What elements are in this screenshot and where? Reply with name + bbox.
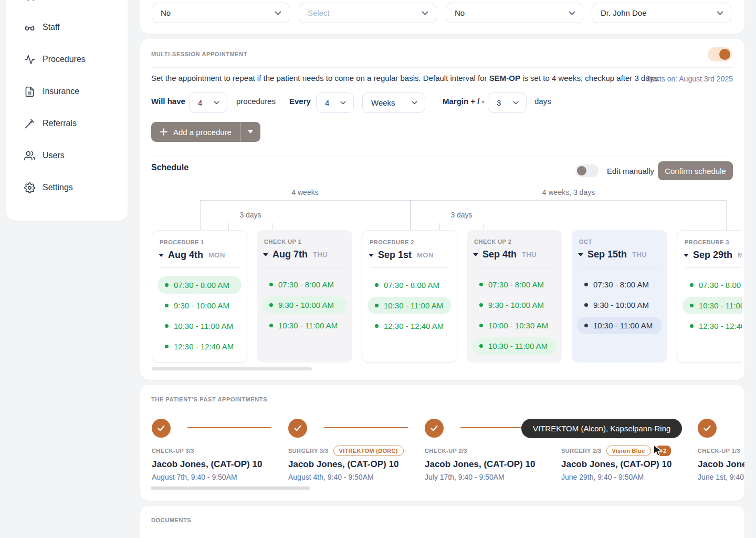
card-date-dropdown[interactable]: Sep 1st MON — [369, 250, 434, 261]
past-appointments-title: THE PATIENT’S PAST APPOINTMENTS — [151, 396, 267, 402]
add-procedure-menu-button[interactable] — [240, 122, 260, 142]
appointment-name: Jacob Jones, (CAT-OP) 10 — [698, 459, 744, 470]
past-appointments-horizontal-scrollbar[interactable] — [151, 487, 310, 490]
time-slot[interactable]: 07:30 - 8:00 AM — [262, 276, 347, 293]
time-slot[interactable]: 12:30 - 12:40 AM — [682, 317, 742, 335]
sidebar-item-label: Procedures — [43, 55, 86, 64]
past-appointment-item: SURGERY 3/3 VITREKTOM (DORC) Jacob Jones… — [288, 444, 423, 481]
doctor-dropdown[interactable]: Dr. John Doe — [592, 3, 731, 23]
card-date-dropdown[interactable]: Aug 7th THU — [263, 249, 328, 260]
sidebar-item-procedures[interactable]: Procedures — [24, 50, 113, 69]
filter-dropdown-2[interactable]: Select — [299, 3, 436, 23]
slot-dot-icon — [584, 324, 588, 327]
add-procedure-button[interactable]: Add a procedure — [151, 122, 240, 142]
card-date-dropdown[interactable]: Sep 4th THU — [473, 249, 537, 260]
sidebar-item-users[interactable]: Users — [24, 146, 113, 165]
dropdown-placeholder: Select — [308, 8, 330, 17]
card-day: THU — [522, 251, 537, 258]
appointment-check-icon — [152, 419, 171, 438]
schedule-horizontal-scrollbar[interactable] — [152, 367, 312, 370]
activity-icon — [24, 54, 35, 65]
time-slot[interactable]: 07:30 - 8:00 AM — [682, 276, 742, 294]
material-badge: VITREKTOM (DORC) — [333, 446, 404, 456]
appointment-type-label: CHECK-UP 2/3 — [425, 448, 467, 454]
time-slot[interactable]: 9:30 - 10:00 AM — [577, 296, 662, 314]
gear-icon — [24, 182, 35, 193]
chevron-down-icon — [412, 101, 417, 105]
sidebar-item-referrals[interactable]: Referrals — [24, 114, 113, 133]
time-slot[interactable]: 10:30 - 11:00 AM — [158, 317, 242, 335]
sidebar-item-staff[interactable]: Staff — [24, 18, 113, 37]
document-icon — [24, 86, 35, 97]
dropdown-value: Dr. John Doe — [601, 8, 647, 17]
card-date: Sep 15th — [587, 249, 627, 260]
schedule-cards-scroller[interactable]: PROCEDURE 1 Aug 4th MON 07:30 - 8:00 AM … — [152, 230, 742, 364]
filter-dropdown-1[interactable]: No — [152, 3, 289, 23]
card-day: MON — [417, 251, 434, 259]
time-slot[interactable]: 9:30 - 10:00 AM — [472, 296, 557, 314]
time-slot[interactable]: 10:30 - 11:00 AM — [262, 317, 347, 334]
multi-session-toggle[interactable] — [708, 47, 732, 61]
appointment-name: Jacob Jones, (CAT-OP) 10 — [288, 459, 423, 470]
slot-dot-icon — [165, 345, 169, 348]
card-date-dropdown[interactable]: Sep 15th THU — [578, 249, 647, 260]
slot-dot-icon — [375, 304, 379, 307]
starts-on-label: Starts on: August 3rd 2025 — [646, 75, 733, 83]
confirm-schedule-button[interactable]: Confirm schedule — [658, 161, 733, 180]
sidebar-item-settings[interactable]: Settings — [24, 178, 113, 197]
time-slot[interactable]: 10:00 - 10:30 AM — [472, 317, 557, 334]
past-appointment-item: CHECK-UP 3/3 Jacob Jones, (CAT-OP) 10 Au… — [152, 444, 286, 481]
caret-down-icon — [248, 130, 253, 133]
toggle-knob — [577, 166, 586, 175]
time-slot[interactable]: 10:30 - 11:00 AM — [577, 317, 662, 334]
multi-session-description: Set the appointment to repeat if the pat… — [151, 74, 660, 82]
time-slot[interactable]: 10:30 - 11:00 AM — [682, 297, 742, 314]
slot-list: 07:30 - 8:00 AM 10:30 - 11:00 AM 12:30 -… — [682, 276, 742, 335]
margin-value-dropdown[interactable]: 3 — [488, 92, 527, 113]
glasses-icon — [24, 22, 35, 33]
chevron-down-icon — [214, 101, 219, 105]
slot-dot-icon — [375, 283, 379, 287]
sidebar-item-insurance[interactable]: Insurance — [24, 82, 113, 101]
procedures-count-dropdown[interactable]: 4 — [189, 92, 227, 113]
chevron-down-icon — [422, 11, 428, 15]
cart-icon — [24, 0, 35, 1]
slot-list: 07:30 - 8:00 AM 9:30 - 10:00 AM 10:30 - … — [158, 276, 242, 355]
will-have-label: Will have — [151, 97, 185, 106]
sidebar-item-orders[interactable]: Orders — [24, 0, 113, 5]
divider — [579, 267, 660, 267]
gap-bracket — [228, 223, 273, 230]
interval-unit-dropdown[interactable]: Weeks — [362, 92, 425, 113]
time-slot[interactable]: 12:30 - 12:40 AM — [158, 338, 242, 355]
card-date: Sep 29th — [693, 250, 732, 261]
time-slot[interactable]: 07:30 - 8:00 AM — [158, 276, 242, 294]
time-slot[interactable]: 9:30 - 10:00 AM — [262, 296, 347, 314]
chevron-down-icon — [513, 101, 519, 105]
card-date-dropdown[interactable]: Sep 29th MON — [684, 250, 742, 261]
time-slot[interactable]: 10:30 - 11:00 AM — [472, 337, 557, 355]
edit-manually-toggle[interactable] — [575, 164, 598, 177]
divider — [264, 267, 345, 267]
card-date-dropdown[interactable]: Aug 4th MON — [159, 250, 225, 261]
material-badge: Vision Blue — [606, 446, 651, 456]
time-slot[interactable]: 10:30 - 11:00 AM — [368, 297, 452, 314]
time-slot[interactable]: 12:30 - 12:40 AM — [368, 317, 452, 335]
syringe-icon — [24, 118, 35, 129]
mouse-cursor-icon — [653, 444, 664, 460]
filter-dropdown-3[interactable]: No — [446, 3, 583, 23]
caret-down-icon — [473, 253, 478, 256]
caret-down-icon — [159, 254, 164, 257]
multi-session-title: MULTI-SESSION APPOINTMENT — [151, 51, 247, 57]
caret-down-icon — [369, 254, 374, 257]
time-slot[interactable]: 9:30 - 10:00 AM — [158, 297, 242, 314]
time-slot[interactable]: 07:30 - 8:00 AM — [368, 276, 452, 294]
time-slot[interactable]: 07:30 - 8:00 AM — [472, 276, 557, 293]
schedule-card-procedure-3: PROCEDURE 3 Sep 29th MON 07:30 - 8:00 AM… — [677, 230, 742, 363]
appointment-type-label: SURGERY 3/3 — [288, 448, 329, 454]
add-procedure-split-button: Add a procedure — [151, 122, 260, 142]
time-slot[interactable]: 07:30 - 8:00 AM — [577, 276, 662, 293]
interval-value-dropdown[interactable]: 4 — [316, 92, 354, 113]
schedule-card-procedure-1: PROCEDURE 1 Aug 4th MON 07:30 - 8:00 AM … — [152, 230, 247, 363]
documents-card: DOCUMENTS — [140, 506, 744, 538]
timeline-connector — [187, 427, 271, 428]
